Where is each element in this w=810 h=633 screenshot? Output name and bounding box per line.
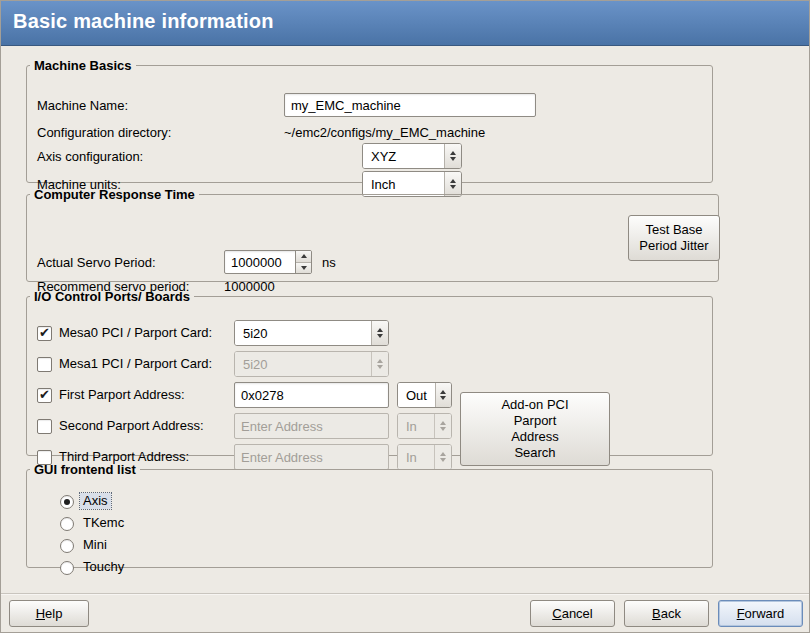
- second-parport-address-input: Enter Address: [234, 413, 389, 439]
- addon-button-line4: Search: [514, 445, 555, 461]
- second-parport-direction-combo: In: [397, 413, 452, 439]
- first-parport-direction-value: Out: [398, 383, 435, 407]
- radio-axis[interactable]: [60, 495, 74, 509]
- config-dir-value: ~/emc2/configs/my_EMC_machine: [284, 125, 485, 141]
- servo-period-label: Actual Servo Period:: [37, 255, 156, 271]
- second-parport-placeholder: Enter Address: [241, 419, 323, 434]
- test-button-line1: Test Base: [645, 222, 702, 238]
- radio-tkemc[interactable]: [60, 517, 74, 531]
- mesa1-label: Mesa1 PCI / Parport Card:: [59, 356, 212, 372]
- second-parport-checkbox[interactable]: [37, 419, 52, 434]
- mesa1-card-value: 5i20: [235, 352, 371, 376]
- machine-name-input[interactable]: my_EMC_machine: [284, 93, 536, 117]
- back-button[interactable]: Back: [624, 600, 709, 627]
- axis-config-value: XYZ: [363, 144, 444, 168]
- combo-arrows-icon: [444, 144, 461, 168]
- radio-touchy[interactable]: [60, 561, 74, 575]
- mesa0-checkbox[interactable]: [37, 326, 52, 341]
- mesa1-checkbox[interactable]: [37, 357, 52, 372]
- config-dir-label: Configuration directory:: [37, 125, 171, 141]
- spin-down-button[interactable]: [296, 262, 311, 274]
- addon-button-line1: Add-on PCI: [501, 397, 568, 413]
- first-parport-direction-combo[interactable]: Out: [397, 382, 452, 408]
- help-button-label: Help: [36, 606, 63, 622]
- test-base-period-jitter-button[interactable]: Test Base Period Jitter: [628, 215, 720, 261]
- servo-period-unit: ns: [322, 255, 336, 271]
- forward-button-label: Forward: [737, 606, 785, 622]
- mesa0-label: Mesa0 PCI / Parport Card:: [59, 325, 212, 341]
- cancel-button-label: Cancel: [552, 606, 592, 622]
- forward-button[interactable]: Forward: [718, 600, 803, 627]
- radio-mini[interactable]: [60, 539, 74, 553]
- axis-config-combo[interactable]: XYZ: [362, 143, 462, 169]
- gui-frontend-legend: GUI frontend list: [30, 462, 140, 477]
- radio-touchy-label[interactable]: Touchy: [83, 559, 124, 575]
- servo-period-value: 1000000: [225, 251, 295, 273]
- second-parport-label: Second Parport Address:: [59, 418, 204, 434]
- combo-arrows-icon: [371, 352, 388, 376]
- first-parport-checkbox[interactable]: [37, 388, 52, 403]
- wizard-window: Basic machine information Machine Basics…: [0, 0, 810, 633]
- io-ports-frame: I/O Control Ports/ Boards Mesa0 PCI / Pa…: [26, 289, 713, 456]
- mesa0-card-value: 5i20: [235, 321, 371, 345]
- second-parport-direction-value: In: [398, 414, 434, 438]
- help-button[interactable]: Help: [9, 600, 89, 627]
- io-ports-legend: I/O Control Ports/ Boards: [30, 289, 194, 304]
- mesa0-card-combo[interactable]: 5i20: [234, 320, 389, 346]
- gui-frontend-frame: GUI frontend list Axis TKemc Mini Touchy: [26, 462, 713, 568]
- machine-basics-legend: Machine Basics: [30, 58, 136, 73]
- page-title: Basic machine information: [13, 10, 274, 33]
- machine-name-label: Machine Name:: [37, 98, 128, 114]
- addon-button-line2: Parport: [514, 413, 557, 429]
- test-button-line2: Period Jitter: [639, 238, 708, 254]
- mesa1-card-combo: 5i20: [234, 351, 389, 377]
- machine-name-value: my_EMC_machine: [291, 98, 401, 113]
- radio-axis-label[interactable]: Axis: [80, 493, 111, 509]
- first-parport-label: First Parport Address:: [59, 387, 185, 403]
- radio-tkemc-label[interactable]: TKemc: [83, 515, 124, 531]
- axis-config-label: Axis configuration:: [37, 149, 143, 165]
- combo-arrows-icon: [435, 383, 451, 407]
- footer-separator: [1, 593, 809, 594]
- machine-basics-frame: Machine Basics Machine Name: my_EMC_mach…: [26, 58, 713, 183]
- page-header: Basic machine information: [1, 1, 809, 46]
- combo-arrows-icon: [434, 414, 451, 438]
- spin-up-button[interactable]: [296, 251, 311, 262]
- first-parport-address-input[interactable]: 0x0278: [234, 382, 389, 408]
- combo-arrows-icon: [371, 321, 388, 345]
- response-time-legend: Computer Response Time: [30, 187, 199, 202]
- cancel-button[interactable]: Cancel: [530, 600, 615, 627]
- back-button-label: Back: [652, 606, 681, 622]
- addon-pci-parport-search-button[interactable]: Add-on PCI Parport Address Search: [460, 392, 610, 466]
- first-parport-address-value: 0x0278: [241, 388, 284, 403]
- servo-period-spinbox[interactable]: 1000000: [224, 250, 312, 274]
- radio-mini-label[interactable]: Mini: [83, 537, 107, 553]
- response-time-frame: Computer Response Time Test Base Period …: [26, 187, 719, 282]
- addon-button-line3: Address: [511, 429, 559, 445]
